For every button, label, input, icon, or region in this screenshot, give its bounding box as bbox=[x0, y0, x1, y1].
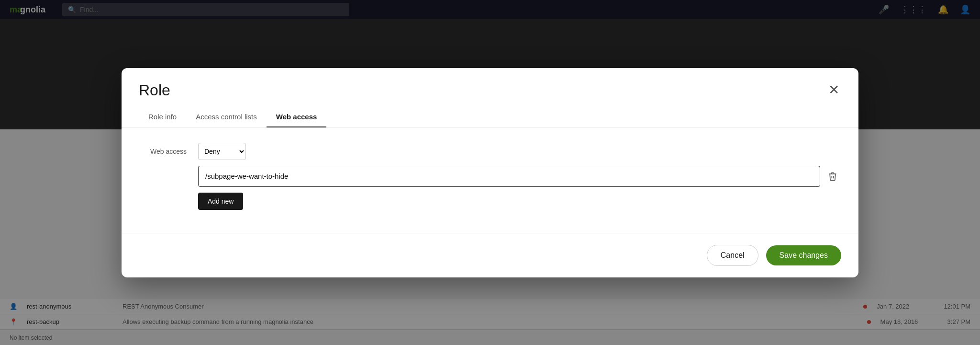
web-access-label: Web access bbox=[139, 143, 187, 155]
role-modal: Role ✕ Role info Access control lists We… bbox=[122, 68, 858, 277]
modal-footer: Cancel Save changes bbox=[122, 233, 858, 277]
deny-select-row: Deny Allow Get Post bbox=[198, 143, 841, 160]
modal-tabs: Role info Access control lists Web acces… bbox=[122, 107, 858, 127]
save-changes-button[interactable]: Save changes bbox=[766, 245, 841, 265]
add-new-button[interactable]: Add new bbox=[198, 193, 243, 210]
web-access-select[interactable]: Deny Allow Get Post bbox=[198, 143, 246, 160]
tab-web-access[interactable]: Web access bbox=[267, 107, 327, 127]
cancel-button[interactable]: Cancel bbox=[707, 245, 758, 266]
path-input-row bbox=[198, 166, 841, 187]
delete-path-button[interactable] bbox=[824, 168, 841, 185]
tab-access-control-lists[interactable]: Access control lists bbox=[186, 107, 267, 127]
modal-header: Role ✕ bbox=[122, 68, 858, 99]
tab-role-info[interactable]: Role info bbox=[139, 107, 186, 127]
close-icon: ✕ bbox=[828, 83, 839, 97]
trash-icon bbox=[828, 172, 837, 181]
web-access-controls: Deny Allow Get Post bbox=[198, 143, 841, 210]
path-input[interactable] bbox=[198, 166, 820, 187]
web-access-form-row: Web access Deny Allow Get Post bbox=[139, 143, 841, 210]
modal-body: Web access Deny Allow Get Post bbox=[122, 127, 858, 233]
modal-overlay: Role ✕ Role info Access control lists We… bbox=[0, 0, 980, 345]
modal-title: Role bbox=[139, 81, 170, 99]
modal-close-button[interactable]: ✕ bbox=[826, 81, 841, 99]
